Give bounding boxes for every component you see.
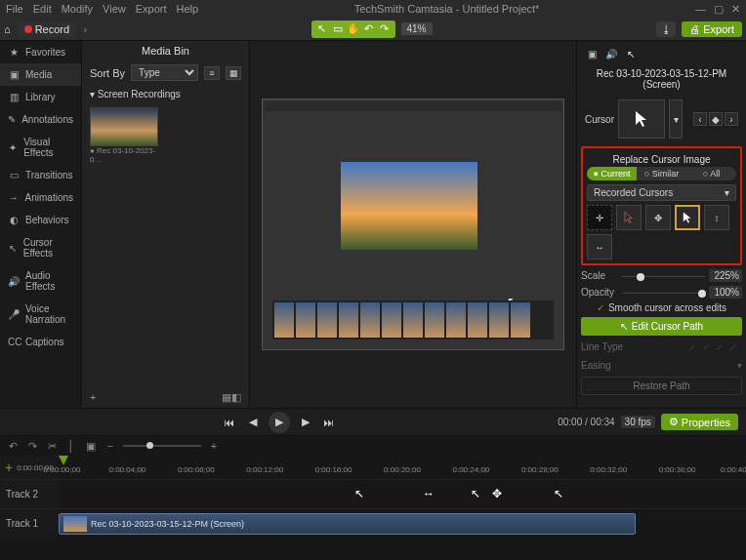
pill-similar[interactable]: ○ Similar <box>637 167 686 180</box>
ruler-ticks[interactable]: 0:00:00;00 0:00:04;00 0:00:08;00 0:00:12… <box>59 456 746 479</box>
cursor-preview-dropdown[interactable]: ▾ <box>669 100 683 139</box>
nav-library[interactable]: ▥Library <box>0 86 81 108</box>
add-media-button[interactable]: + <box>90 391 96 404</box>
minimize-icon[interactable]: — <box>695 3 706 16</box>
cursor-option-resize-v[interactable]: ↕ <box>704 205 729 230</box>
scale-value[interactable]: 225% <box>709 269 742 282</box>
transitions-icon: ▭ <box>8 170 20 180</box>
tab-visual-icon[interactable]: ▣ <box>585 47 599 60</box>
smooth-checkbox[interactable]: ✓ <box>597 302 604 313</box>
fps-selector[interactable]: 30 fps <box>621 416 655 428</box>
nav-visual-effects[interactable]: ✦Visual Effects <box>0 131 81 164</box>
menu-edit[interactable]: Edit <box>33 3 52 15</box>
tl-paste-icon[interactable]: ▣ <box>84 439 98 453</box>
redo-icon[interactable]: ↷ <box>378 22 392 36</box>
nav-cursor-effects[interactable]: ↖Cursor Effects <box>0 231 81 264</box>
tl-cut-icon[interactable]: ✂ <box>45 439 59 453</box>
view-list-icon[interactable]: ≡ <box>204 66 220 80</box>
cursor-marker[interactable]: ↔ <box>423 487 435 500</box>
prev-frame-icon[interactable]: ⏮ <box>222 415 237 430</box>
star-icon: ★ <box>8 47 20 58</box>
tl-undo-icon[interactable]: ↶ <box>6 439 20 453</box>
media-view-toggle[interactable]: ▦◧ <box>222 391 241 404</box>
tab-cursor-icon[interactable]: ↖ <box>624 47 638 60</box>
download-icon[interactable]: ⭳ <box>656 21 676 37</box>
cursor-option-arrow[interactable] <box>675 205 700 230</box>
nav-audio-effects[interactable]: 🔊Audio Effects <box>0 264 81 298</box>
restore-path-button[interactable]: Restore Path <box>581 377 742 395</box>
step-back-icon[interactable]: ◀ <box>245 415 261 430</box>
timeline-clip[interactable]: Rec 03-10-2023-03-15-12-PM (Screen) <box>59 513 636 535</box>
tl-redo-icon[interactable]: ↷ <box>25 439 39 453</box>
track2-label[interactable]: Track 2 <box>0 480 59 508</box>
canvas-area[interactable]: ↖ <box>250 41 576 408</box>
crop-tool-icon[interactable]: ▭ <box>331 22 345 36</box>
track1-lane[interactable]: Rec 03-10-2023-03-15-12-PM (Screen) <box>59 509 746 538</box>
chevron-right-icon[interactable]: › <box>83 23 87 35</box>
media-thumb[interactable]: ● Rec 03-10-2023-0… <box>90 107 158 164</box>
nav-behaviors[interactable]: ◐Behaviors <box>0 209 81 231</box>
menu-help[interactable]: Help <box>177 3 199 15</box>
nav-transitions[interactable]: ▭Transitions <box>0 164 81 186</box>
hand-tool-icon[interactable]: ✋ <box>347 22 360 36</box>
cursor-source-dropdown[interactable]: Recorded Cursors▾ <box>587 184 736 201</box>
cursor-option-arrow-outline[interactable] <box>616 205 642 230</box>
annotate-icon: ✎ <box>8 114 16 125</box>
edit-cursor-path-button[interactable]: ↖ Edit Cursor Path <box>581 317 742 336</box>
linetype-icons: ⟋⟋⟋⟋ <box>687 341 742 352</box>
canvas-preview[interactable]: ↖ <box>262 99 564 350</box>
nav-media[interactable]: ▣Media <box>0 63 81 86</box>
step-fwd-icon[interactable]: ▶ <box>298 415 313 430</box>
scale-slider[interactable] <box>622 275 705 277</box>
menu-view[interactable]: View <box>103 3 126 15</box>
properties-button[interactable]: ⚙ Properties <box>661 414 738 430</box>
sort-by-select[interactable]: Type <box>131 64 198 81</box>
home-icon[interactable]: ⌂ <box>4 23 11 35</box>
cursor-marker[interactable]: ↖ <box>554 487 563 500</box>
tl-zoom-slider[interactable] <box>123 445 201 447</box>
tl-split-icon[interactable]: │ <box>64 439 78 453</box>
menu-modify[interactable]: Modify <box>62 3 93 15</box>
opacity-value[interactable]: 100% <box>709 286 742 299</box>
view-grid-icon[interactable]: ▦ <box>226 66 241 80</box>
mic-icon: 🎤 <box>8 309 20 320</box>
cursor-marker[interactable]: ✥ <box>492 487 502 500</box>
pill-all[interactable]: ○ All <box>686 167 736 180</box>
cursor-marker[interactable]: ↖ <box>354 487 364 500</box>
track2-lane[interactable]: ↖ ↔ ↖ ✥ ↖ <box>59 480 746 508</box>
undo-icon[interactable]: ↶ <box>362 22 376 36</box>
nav-annotations[interactable]: ✎Annotations <box>0 108 81 131</box>
cursor-option-resize-h[interactable]: ↔ <box>587 234 612 260</box>
cursor-option-precision[interactable]: ✛ <box>587 205 612 230</box>
menu-export[interactable]: Export <box>136 3 167 15</box>
next-cursor-icon[interactable]: › <box>725 112 738 126</box>
nav-favorites[interactable]: ★Favorites <box>0 41 81 63</box>
folder-screen-recordings[interactable]: ▾ Screen Recordings <box>82 85 249 103</box>
playhead[interactable] <box>59 456 68 465</box>
record-button[interactable]: Record <box>17 21 77 37</box>
add-track-button[interactable]: + <box>5 460 13 475</box>
tab-audio-icon[interactable]: 🔊 <box>604 47 618 60</box>
close-icon[interactable]: ✕ <box>731 3 740 16</box>
opacity-slider[interactable] <box>622 292 705 294</box>
zoom-level[interactable]: 41% <box>401 22 433 35</box>
menu-file[interactable]: File <box>6 3 23 15</box>
track1-label[interactable]: Track 1 <box>0 509 59 538</box>
tl-zoom-in-icon[interactable]: + <box>207 439 221 453</box>
export-button[interactable]: 🖨 Export <box>682 21 742 37</box>
cursor-diamond-icon[interactable]: ◆ <box>709 112 723 126</box>
nav-voice-narration[interactable]: 🎤Voice Narration <box>0 298 81 331</box>
easing-label: Easing <box>581 360 611 371</box>
timecode: 00:00 / 00:34 <box>558 417 614 427</box>
tl-zoom-out-icon[interactable]: − <box>104 439 117 453</box>
play-button[interactable]: ▶ <box>269 412 290 433</box>
cursor-marker[interactable]: ↖ <box>471 487 480 500</box>
maximize-icon[interactable]: ▢ <box>714 3 724 16</box>
prev-cursor-icon[interactable]: ‹ <box>693 112 707 126</box>
next-frame-icon[interactable]: ⏭ <box>321 415 337 430</box>
pointer-tool-icon[interactable]: ↖ <box>315 22 329 36</box>
pill-current[interactable]: ● Current <box>587 167 637 180</box>
cursor-option-move[interactable]: ✥ <box>645 205 671 230</box>
nav-captions[interactable]: CCCaptions <box>0 331 81 353</box>
nav-animations[interactable]: →Animations <box>0 186 81 209</box>
